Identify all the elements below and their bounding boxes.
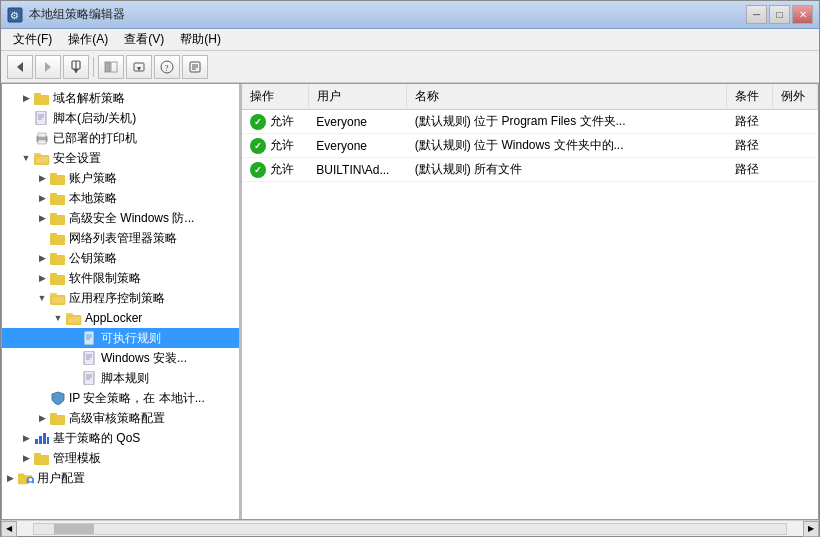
tree-item-userconfig[interactable]: ▶ 用户配置 [2, 468, 239, 488]
maximize-button[interactable]: □ [769, 5, 790, 24]
toggle-security[interactable]: ▼ [18, 148, 34, 168]
tree-item-qos[interactable]: ▶ 基于策略的 QoS [2, 428, 239, 448]
scroll-right-button[interactable]: ▶ [803, 521, 819, 537]
label-ipsec: IP 安全策略，在 本地计... [69, 390, 205, 407]
folder-icon-admtemplates [34, 450, 50, 466]
action-label: 允许 [270, 137, 294, 154]
menu-file[interactable]: 文件(F) [5, 29, 60, 50]
tree-item-srp[interactable]: ▶ 软件限制策略 [2, 268, 239, 288]
svg-rect-60 [50, 413, 57, 417]
toggle-admtemplates[interactable]: ▶ [18, 448, 34, 468]
label-admtemplates: 管理模板 [53, 450, 101, 467]
tree-item-admtemplates[interactable]: ▶ 管理模板 [2, 448, 239, 468]
horizontal-scrollbar[interactable]: ◀ ▶ [1, 520, 819, 536]
tree-item-pubkey[interactable]: ▶ 公钥策略 [2, 248, 239, 268]
detail-panel: 操作 用户 名称 条件 例外 ✓ 允许 Everyone(默认规则) 位于 Pr… [242, 84, 818, 519]
toggle-srp[interactable]: ▶ [34, 268, 50, 288]
col-header-condition[interactable]: 条件 [727, 84, 772, 110]
svg-rect-28 [35, 156, 49, 164]
tree-item-script-rules[interactable]: ▶ 脚本规则 [2, 368, 239, 388]
status-icon: ✓ [250, 114, 266, 130]
toggle-pubkey[interactable]: ▶ [34, 248, 50, 268]
folder-open-icon-security [34, 150, 50, 166]
svg-marker-6 [73, 69, 79, 73]
tree-item-exe-rules[interactable]: ▶ 可执行规则 [2, 328, 239, 348]
svg-rect-18 [34, 93, 41, 97]
menu-view[interactable]: 查看(V) [116, 29, 172, 50]
tree-item-security[interactable]: ▼ 安全设置 [2, 148, 239, 168]
export-button[interactable] [126, 55, 152, 79]
tree-item-dns[interactable]: ▶ 域名解析策略 [2, 88, 239, 108]
tree-panel[interactable]: ▶ 域名解析策略 ▶ [2, 84, 242, 519]
label-userconfig: 用户配置 [37, 470, 85, 487]
menubar: 文件(F) 操作(A) 查看(V) 帮助(H) [1, 29, 819, 51]
minimize-button[interactable]: ─ [746, 5, 767, 24]
cell-condition: 路径 [727, 158, 772, 182]
svg-rect-68 [18, 474, 24, 478]
up-button[interactable] [63, 55, 89, 79]
toggle-account[interactable]: ▶ [34, 168, 50, 188]
svg-rect-7 [105, 62, 110, 72]
menu-help[interactable]: 帮助(H) [172, 29, 229, 50]
forward-button[interactable] [35, 55, 61, 79]
tree-item-audit[interactable]: ▶ 高级审核策略配置 [2, 408, 239, 428]
help-button[interactable]: ? [154, 55, 180, 79]
folder-icon-dns [34, 90, 50, 106]
svg-rect-32 [50, 193, 57, 197]
close-button[interactable]: ✕ [792, 5, 813, 24]
label-firewall: 高级安全 Windows 防... [69, 210, 194, 227]
toggle-applocker-parent[interactable]: ▼ [34, 288, 50, 308]
tree-item-applocker[interactable]: ▼ AppLocker [2, 308, 239, 328]
tree-item-netlist[interactable]: ▶ 网络列表管理器策略 [2, 228, 239, 248]
tree-item-msi-rules[interactable]: ▶ Windows 安装... [2, 348, 239, 368]
tree-item-local[interactable]: ▶ 本地策略 [2, 188, 239, 208]
properties-button[interactable] [182, 55, 208, 79]
table-row[interactable]: ✓ 允许 Everyone(默认规则) 位于 Windows 文件夹中的...路… [242, 134, 818, 158]
label-netlist: 网络列表管理器策略 [69, 230, 177, 247]
exe-rules-icon [82, 330, 98, 346]
app-icon: ⚙ [7, 7, 23, 23]
cell-condition: 路径 [727, 110, 772, 134]
titlebar: ⚙ 本地组策略编辑器 ─ □ ✕ [1, 1, 819, 29]
cell-action: ✓ 允许 [242, 110, 308, 134]
svg-rect-66 [34, 453, 41, 457]
label-local: 本地策略 [69, 190, 117, 207]
folder-icon-audit [50, 410, 66, 426]
tree-item-scripts[interactable]: ▶ 脚本(启动/关机) [2, 108, 239, 128]
label-msi-rules: Windows 安装... [101, 350, 187, 367]
tree-item-ipsec[interactable]: ▶ IP 安全策略，在 本地计... [2, 388, 239, 408]
chart-icon-qos [34, 430, 50, 446]
svg-rect-63 [43, 433, 46, 444]
toggle-qos[interactable]: ▶ [18, 428, 34, 448]
toggle-local[interactable]: ▶ [34, 188, 50, 208]
toggle-applocker[interactable]: ▼ [50, 308, 66, 328]
tree-item-account[interactable]: ▶ 账户策略 [2, 168, 239, 188]
printer-icon [34, 130, 50, 146]
table-row[interactable]: ✓ 允许 BUILTIN\Ad...(默认规则) 所有文件路径 [242, 158, 818, 182]
label-applocker-parent: 应用程序控制策略 [69, 290, 165, 307]
table-row[interactable]: ✓ 允许 Everyone(默认规则) 位于 Program Files 文件夹… [242, 110, 818, 134]
tree-item-printers[interactable]: ▶ 已部署的打印机 [2, 128, 239, 148]
svg-marker-3 [45, 62, 51, 72]
tree-item-applocker-parent[interactable]: ▼ 应用程序控制策略 [2, 288, 239, 308]
col-header-user[interactable]: 用户 [308, 84, 407, 110]
scroll-thumb[interactable] [54, 524, 94, 534]
toggle-firewall[interactable]: ▶ [34, 208, 50, 228]
toggle-dns[interactable]: ▶ [18, 88, 34, 108]
label-srp: 软件限制策略 [69, 270, 141, 287]
toggle-audit[interactable]: ▶ [34, 408, 50, 428]
folder-icon-pubkey [50, 250, 66, 266]
svg-rect-36 [50, 233, 57, 237]
scroll-left-button[interactable]: ◀ [1, 521, 17, 537]
main-content: ▶ 域名解析策略 ▶ [1, 83, 819, 520]
col-header-name[interactable]: 名称 [407, 84, 727, 110]
tree-item-firewall[interactable]: ▶ 高级安全 Windows 防... [2, 208, 239, 228]
col-header-action[interactable]: 操作 [242, 84, 308, 110]
scroll-track[interactable] [33, 523, 787, 535]
toggle-userconfig[interactable]: ▶ [2, 468, 18, 488]
back-button[interactable] [7, 55, 33, 79]
col-header-exception[interactable]: 例外 [772, 84, 817, 110]
cell-condition: 路径 [727, 134, 772, 158]
show-hide-button[interactable] [98, 55, 124, 79]
menu-action[interactable]: 操作(A) [60, 29, 116, 50]
